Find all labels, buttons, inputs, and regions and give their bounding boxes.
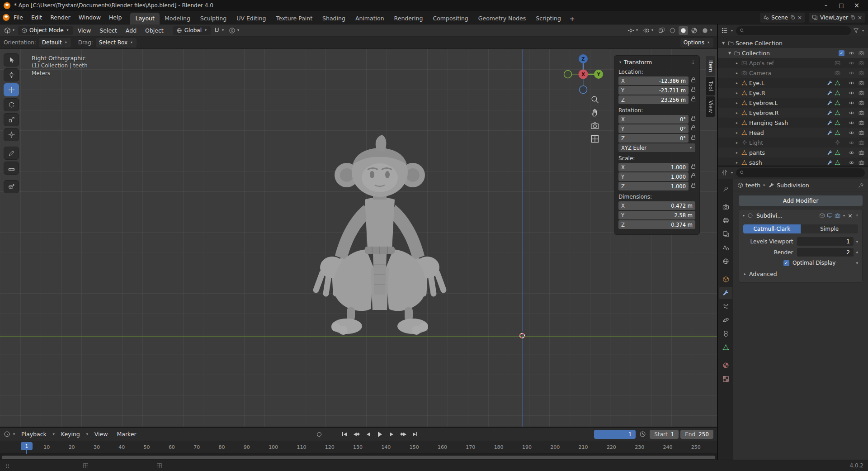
expand-icon[interactable]: ▸ [734, 81, 740, 85]
workspace-tab-modeling[interactable]: Modeling [160, 13, 195, 24]
drag-grip-icon[interactable] [854, 213, 859, 218]
timeline-editor-icon[interactable] [4, 431, 10, 438]
outliner-row-light[interactable]: ▸ Light [718, 138, 868, 147]
preview-range-clock-icon[interactable] [639, 431, 646, 438]
scale-x-field[interactable]: X1.000 [618, 163, 689, 171]
hide-eye-icon[interactable] [849, 100, 854, 106]
remove-viewlayer-icon[interactable]: × [858, 14, 862, 21]
render-display-icon[interactable] [835, 213, 840, 219]
render-visibility-icon[interactable] [859, 80, 864, 86]
lock-icon[interactable] [691, 185, 695, 188]
lock-icon[interactable] [691, 89, 695, 92]
hide-eye-icon[interactable] [849, 70, 854, 76]
hide-eye-icon[interactable] [849, 110, 854, 116]
rotation-x-field[interactable]: X0° [618, 115, 689, 124]
new-viewlayer-icon[interactable] [850, 15, 855, 20]
lock-icon[interactable] [691, 166, 695, 169]
simple-button[interactable]: Simple [801, 224, 859, 233]
menu-edit[interactable]: Edit [27, 11, 46, 24]
workspace-tab-compositing[interactable]: Compositing [428, 13, 473, 24]
render-visibility-icon[interactable] [859, 120, 864, 126]
workspace-tab-uv-editing[interactable]: UV Editing [231, 13, 271, 24]
collapse-icon[interactable]: ▾ [742, 214, 745, 218]
outliner-row-collection[interactable]: ▼ Collection ✓ [718, 48, 868, 58]
hide-eye-icon[interactable] [849, 90, 854, 96]
shading-wireframe-button[interactable] [668, 26, 677, 35]
hide-eye-icon[interactable] [849, 120, 854, 126]
next-frame-button[interactable] [387, 430, 396, 438]
menu-window[interactable]: Window [75, 11, 105, 24]
lock-icon[interactable] [691, 118, 695, 121]
outliner-row-camera[interactable]: ▸ Camera [718, 68, 868, 78]
play-button[interactable] [375, 430, 385, 438]
add-workspace-button[interactable]: + [566, 13, 579, 24]
sidebar-tab-tool[interactable]: Tool [706, 77, 715, 95]
workspace-tab-shading[interactable]: Shading [317, 13, 350, 24]
tool-orientation-dropdown[interactable]: Default ▾ [39, 38, 71, 48]
advanced-expander[interactable]: ▸ Advanced [743, 271, 858, 277]
render-visibility-icon[interactable] [859, 100, 864, 106]
dimensions-x-field[interactable]: X0.472 m [618, 201, 695, 210]
outliner-row-head[interactable]: ▸ Head [718, 128, 868, 138]
outliner-row-eye-r[interactable]: ▸ Eye.R [718, 88, 868, 98]
realtime-display-icon[interactable] [827, 213, 833, 219]
playback-menu[interactable]: Playback [18, 431, 50, 438]
workspace-tab-sculpting[interactable]: Sculpting [195, 13, 231, 24]
play-reverse-button[interactable] [363, 430, 373, 438]
scale-y-field[interactable]: Y1.000 [618, 172, 689, 181]
viewport-menu-object[interactable]: Object [142, 27, 167, 34]
modifier-name[interactable]: Subdivi... [756, 212, 783, 219]
hide-eye-icon[interactable] [849, 150, 854, 156]
expand-icon[interactable]: ▸ [734, 91, 740, 95]
outliner-row-scene-collection[interactable]: ▼ Scene Collection [718, 38, 868, 48]
scrollbar-thumb[interactable] [2, 456, 715, 459]
animate-dot-icon[interactable] [856, 262, 858, 264]
blender-menu-icon[interactable] [3, 14, 9, 21]
render-visibility-icon[interactable] [859, 50, 864, 56]
hide-eye-icon[interactable] [849, 160, 854, 166]
expand-icon[interactable]: ▸ [734, 121, 740, 125]
collection-checkbox[interactable]: ✓ [839, 50, 844, 56]
viewport-menu-add[interactable]: Add [122, 27, 140, 34]
outliner-row-eyebrow-r[interactable]: ▸ Eyebrow.R [718, 108, 868, 118]
tab-render[interactable] [719, 201, 732, 213]
rotation-y-field[interactable]: Y0° [618, 124, 689, 133]
transform-tool[interactable] [4, 128, 19, 141]
viewport-menu-view[interactable]: View [74, 27, 95, 34]
properties-search[interactable] [736, 168, 865, 177]
hide-eye-icon[interactable] [849, 140, 854, 146]
menu-file[interactable]: File [9, 11, 27, 24]
modifier-extras-icon[interactable]: ▾ [842, 214, 846, 218]
hide-eye-icon[interactable] [849, 50, 854, 56]
optimal-display-checkbox[interactable]: ✓ [783, 260, 789, 266]
pan-hand-icon[interactable] [590, 108, 599, 117]
animate-dot-icon[interactable] [856, 252, 858, 253]
show-overlays-toggle[interactable]: ▾ [642, 26, 656, 35]
workspace-tab-texture-paint[interactable]: Texture Paint [271, 13, 317, 24]
scale-tool[interactable] [4, 113, 19, 126]
hide-eye-icon[interactable] [849, 130, 854, 136]
annotate-tool[interactable] [4, 147, 19, 160]
new-scene-icon[interactable] [790, 15, 795, 20]
workspace-tab-geometry-nodes[interactable]: Geometry Nodes [473, 13, 531, 24]
rotation-z-field[interactable]: Z0° [618, 134, 689, 143]
remove-modifier-icon[interactable]: × [848, 212, 853, 219]
editor-corner-icon[interactable] [5, 463, 10, 469]
expand-icon[interactable]: ▸ [734, 61, 740, 65]
jump-to-start-button[interactable] [340, 430, 349, 438]
catmull-clark-button[interactable]: Catmull-Clark [743, 224, 801, 233]
tab-object[interactable] [719, 273, 732, 285]
shading-solid-button[interactable] [679, 26, 688, 35]
select-box-tool[interactable] [4, 53, 19, 67]
expand-icon[interactable]: ▸ [734, 141, 740, 145]
sidebar-tab-view[interactable]: View [706, 96, 715, 117]
zoom-icon[interactable] [590, 95, 599, 104]
tab-object-data[interactable] [719, 341, 732, 353]
gizmo-minus-z[interactable] [580, 86, 587, 94]
tab-modifiers[interactable] [719, 287, 732, 299]
character-model[interactable] [296, 133, 463, 343]
snap-toggle[interactable]: ▾ [212, 26, 226, 35]
tab-particles[interactable] [719, 300, 732, 313]
minimize-button[interactable]: – [818, 0, 834, 11]
rotate-tool[interactable] [4, 98, 19, 111]
